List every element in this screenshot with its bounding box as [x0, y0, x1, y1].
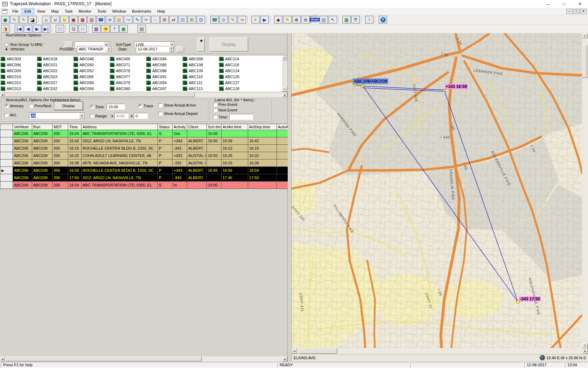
vehicle-item[interactable]: ABC110: [183, 74, 219, 80]
vehicle-item[interactable]: ABC108: [183, 62, 219, 68]
minimize-button[interactable]: —: [540, 0, 556, 8]
row-header[interactable]: [0, 137, 13, 145]
column-header[interactable]: Sch.tim: [207, 124, 222, 130]
scroll-left-icon[interactable]: ◀: [0, 92, 5, 97]
mdi-minimize-button[interactable]: —: [566, 9, 573, 14]
table-row[interactable]: ABC206ABC03920617:502012, ARGO LN, NASHV…: [0, 174, 288, 182]
vehicle-item[interactable]: ABC077: [110, 74, 146, 80]
select-route-button[interactable]: ↪: [124, 16, 132, 23]
vehicle-item[interactable]: ABC099: [183, 56, 219, 62]
column-header[interactable]: Status: [158, 124, 173, 130]
scrollbar-thumb[interactable]: [6, 92, 195, 97]
list-view-button[interactable]: ≡: [106, 16, 114, 23]
run-yellow-button[interactable]: ∪: [60, 16, 69, 23]
time-checkbox[interactable]: [90, 105, 94, 109]
avl-checkbox[interactable]: [5, 113, 8, 117]
scroll-left-icon[interactable]: ◀: [292, 348, 297, 354]
column-header[interactable]: VehNum: [13, 124, 32, 130]
row-header[interactable]: [0, 182, 13, 189]
prev-next-checkbox[interactable]: [29, 104, 33, 108]
scrollbar-thumb[interactable]: [299, 348, 337, 354]
column-header[interactable]: ActArr.time: [222, 124, 248, 130]
chevron-down-icon[interactable]: ▼: [79, 113, 85, 118]
menu-edit[interactable]: Edit: [22, 8, 34, 14]
vehicle-item[interactable]: ABC056: [74, 74, 110, 80]
vehicle-item[interactable]: ABC128: [219, 86, 255, 91]
date-spinner[interactable]: ▲▼: [169, 46, 174, 52]
trace-steps-button[interactable]: ∷: [78, 25, 87, 33]
video-playback-button[interactable]: ▣: [119, 25, 128, 33]
pan-map-button[interactable]: ◆: [274, 16, 282, 23]
scroll-down-icon[interactable]: ▼: [282, 87, 287, 92]
bus-grid-button[interactable]: ▤: [88, 16, 96, 23]
maximize-button[interactable]: □: [556, 0, 572, 8]
scrollbar-thumb[interactable]: [582, 45, 587, 78]
map-clip-button[interactable]: ▨: [320, 16, 328, 23]
menu-monitor[interactable]: Monitor: [76, 8, 94, 14]
vehicle-item[interactable]: ABC023: [37, 74, 74, 80]
mdi-close-button[interactable]: ✕: [580, 9, 587, 14]
row-header[interactable]: [0, 174, 13, 182]
map-hscrollbar[interactable]: ◀ ▶: [292, 348, 588, 354]
display-itinerary-button[interactable]: Display: [54, 102, 83, 110]
dispatch-call-button[interactable]: ☎: [97, 16, 105, 23]
itinerary-checkbox[interactable]: [5, 104, 8, 108]
column-header[interactable]: ActDep.time: [248, 124, 277, 130]
vehicle-item[interactable]: ABC010: [1, 74, 37, 80]
client-call-button[interactable]: ☎: [210, 16, 219, 23]
vehicle-item[interactable]: ABC018: [37, 56, 74, 62]
map-edit-button[interactable]: ✎: [10, 16, 19, 23]
vehicle-item[interactable]: ABC084: [146, 56, 183, 62]
vehicle-item[interactable]: ABC022: [37, 68, 74, 74]
map-event-label[interactable]: +343 16:59: [445, 84, 468, 89]
last-record-button[interactable]: ▶|: [42, 25, 50, 33]
panel-splitter[interactable]: [288, 33, 292, 361]
vehicle-item[interactable]: ABC032: [37, 86, 74, 91]
table-row[interactable]: ABC206ABC03920616:15ROCHELLE CENTER BLDG…: [0, 145, 288, 152]
chevron-down-icon[interactable]: ▼: [106, 46, 112, 52]
window-stack-button[interactable]: ▤: [115, 16, 123, 23]
bus-window-button[interactable]: ▣: [69, 16, 78, 23]
alert-button[interactable]: !: [365, 16, 373, 23]
exit-button[interactable]: ◨: [1, 25, 9, 33]
show-actual-arrive-checkbox[interactable]: [159, 103, 162, 107]
range-checkbox[interactable]: [90, 114, 94, 118]
vehicle-list-vscrollbar[interactable]: ▲ ▼: [282, 55, 287, 92]
bus-assign-button[interactable]: ⊞: [188, 16, 196, 23]
scrollbar-thumb[interactable]: [6, 356, 202, 361]
row-header[interactable]: [0, 159, 13, 167]
scroll-right-icon[interactable]: ▶: [282, 92, 287, 97]
mdi-restore-button[interactable]: □: [573, 9, 580, 14]
table-row[interactable]: ABC206ABC03920615:04ABC TRANSPORTATION L…: [0, 130, 288, 137]
date-field[interactable]: 12-08-2017: [136, 46, 169, 52]
passenger-off-button[interactable]: →: [238, 16, 246, 23]
column-header[interactable]: Time: [68, 124, 82, 130]
map-globe-button[interactable]: ●: [1, 16, 9, 23]
menu-map[interactable]: Map: [48, 8, 61, 14]
vehicle-item[interactable]: ABC114: [219, 56, 255, 62]
avl-filter-combo[interactable]: All ▼: [29, 113, 85, 119]
person-query-button[interactable]: ?: [110, 25, 119, 33]
vehicle-item[interactable]: ABC079: [110, 80, 146, 86]
vehicle-item[interactable]: ABC111: [183, 80, 219, 86]
vehicles-radio[interactable]: [5, 47, 8, 51]
vehicle-item[interactable]: ABC069: [110, 56, 146, 62]
scatter-stops-button[interactable]: ∴: [151, 16, 160, 23]
vehicle-item[interactable]: ABC097: [146, 86, 183, 91]
cut-trip-button[interactable]: ✂: [142, 16, 150, 23]
annotate-button[interactable]: ✎: [133, 16, 141, 23]
pushpin-button[interactable]: ✦: [251, 16, 260, 23]
mdi-child-icon[interactable]: [2, 9, 7, 14]
column-header[interactable]: Address: [82, 124, 158, 130]
trace-checkbox[interactable]: [138, 104, 142, 108]
bus-transfer-button[interactable]: ⇄: [169, 16, 178, 23]
table-row[interactable]: ABC206ABC03920615:422012, ARGO LN, NASHV…: [0, 137, 288, 145]
row-header[interactable]: [0, 130, 13, 137]
vehicle-item[interactable]: ABC058: [74, 80, 110, 86]
schedule-edit-button[interactable]: ✎: [229, 16, 237, 23]
vehicle-item[interactable]: ABC085: [146, 62, 183, 68]
vehicle-item[interactable]: ABC113: [183, 86, 219, 91]
column-header[interactable]: Run: [32, 124, 52, 130]
panel-hscrollbar[interactable]: ◀ ▶: [0, 356, 287, 361]
vehicle-item[interactable]: ABC118: [219, 62, 255, 68]
